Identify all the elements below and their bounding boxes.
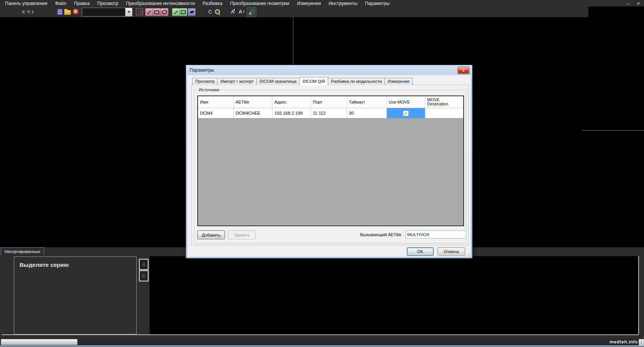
delete-source-button[interactable]: Удалить <box>228 230 256 239</box>
rectangle-tool-green-icon[interactable] <box>179 8 187 16</box>
menu-item-geometry-transform[interactable]: Преобразование геометрии <box>226 1 293 6</box>
line-tool-green-icon[interactable] <box>172 8 180 16</box>
series-list[interactable]: Выделите серию <box>14 257 137 334</box>
toolbar: X: Y: I: ✕ C A AT A <box>0 7 588 17</box>
rectangle-tool-pink-icon[interactable] <box>153 8 161 16</box>
use-move-checkbox[interactable]: ✓ <box>403 110 409 116</box>
cursor-coordinates-label: X: Y: I: <box>22 10 34 14</box>
annotation-a-circle-icon[interactable]: A <box>229 8 236 15</box>
menu-item-view[interactable]: Просмотр <box>93 1 122 6</box>
sort-k-button[interactable]: K <box>139 270 149 281</box>
app-window: Панель управления Файл Правка Просмотр П… <box>0 0 644 347</box>
dialog-close-button[interactable]: x <box>457 67 469 74</box>
tab-unsorted[interactable]: Несортированные <box>1 247 44 255</box>
panel-divider-horizontal <box>2 334 639 335</box>
menu-item-settings[interactable]: Параметры <box>361 1 393 6</box>
panel-divider-vertical <box>638 256 639 334</box>
ellipse-tool-blue-icon[interactable] <box>188 8 196 16</box>
close-window-button[interactable]: ✕ <box>637 2 640 5</box>
calling-aetitle-input[interactable]: MULTIVOX <box>405 230 466 238</box>
cell-name[interactable]: DCM4 <box>198 108 234 118</box>
menu-item-measurements[interactable]: Измерения <box>293 1 325 6</box>
annotation-a-t-icon[interactable]: AT <box>238 8 245 15</box>
cell-port[interactable]: 11 112 <box>311 108 347 118</box>
contrast-c-button[interactable]: C <box>206 8 214 15</box>
table-row[interactable]: DCM4 DCM4CHEE 192.168.2.199 11 112 30 ✓ <box>198 108 463 118</box>
dialog-title: Параметры <box>190 67 214 73</box>
bottom-scrollbar: medteh.info <box>0 339 644 345</box>
header-name[interactable]: Имя <box>198 96 234 108</box>
menu-bar: Панель управления Файл Правка Просмотр П… <box>0 0 644 7</box>
dialog-resize-grip[interactable] <box>466 252 470 256</box>
add-source-button[interactable]: Добавить <box>197 230 225 239</box>
header-use-move[interactable]: Use MOVE <box>387 96 425 108</box>
cell-aetitle[interactable]: DCM4CHEE <box>234 108 272 118</box>
series-thumbnails-area[interactable] <box>150 256 639 334</box>
chevron-down-icon[interactable] <box>125 8 132 16</box>
header-port[interactable]: Порт <box>311 96 347 108</box>
sources-table: Имя AETitle Адрес Порт Таймаут Use MOVE … <box>197 95 464 226</box>
series-combo-value[interactable] <box>82 8 125 16</box>
dicom-qr-tabpage: Источники Имя AETitle Адрес Порт Таймаут… <box>191 85 469 245</box>
annotation-a-grid-icon-active[interactable]: A <box>247 7 256 17</box>
cell-move-destination[interactable] <box>425 108 463 118</box>
cell-use-move-selected[interactable]: ✓ <box>387 108 425 118</box>
scrollbar-end-button[interactable] <box>639 339 644 345</box>
window-controls: — ✕ <box>626 0 640 7</box>
tab-modality-layout[interactable]: Разбивка по модальности <box>328 78 385 85</box>
viewport-divider-horizontal <box>582 130 644 131</box>
menu-item-edit[interactable]: Правка <box>70 1 94 6</box>
menu-item-layout[interactable]: Разбивка <box>199 1 226 6</box>
watermark-text: medteh.info <box>609 339 638 345</box>
tab-measurements[interactable]: Измерения <box>385 78 413 85</box>
sources-group-label: Источники <box>198 87 220 92</box>
open-folder-icon[interactable] <box>64 8 71 15</box>
menu-item-intensity-transform[interactable]: Преобразование интенсивности <box>122 1 199 6</box>
ok-button[interactable]: OK <box>407 247 434 256</box>
tab-dicom-storage[interactable]: DICOM хранилище <box>256 78 300 85</box>
series-combo[interactable] <box>82 8 132 16</box>
menu-item-control-panel[interactable]: Панель управления <box>1 1 51 6</box>
cell-address[interactable]: 192.168.2.199 <box>272 108 311 118</box>
database-icon[interactable] <box>56 8 63 15</box>
dialog-body: Просмотр Импорт / экспорт DICOM хранилищ… <box>187 75 471 257</box>
cancel-button[interactable]: Отмена <box>438 247 465 256</box>
dialog-tabstrip: Просмотр Импорт / экспорт DICOM хранилищ… <box>191 77 413 85</box>
ellipse-tool-pink-icon[interactable] <box>160 8 168 16</box>
magnifier-icon[interactable] <box>214 8 221 15</box>
tab-view[interactable]: Просмотр <box>192 78 218 85</box>
header-move-destination[interactable]: MOVE Destination <box>425 96 463 108</box>
roi-dotted-icon[interactable] <box>136 8 143 15</box>
cancel-icon[interactable]: ✕ <box>72 8 79 15</box>
scrollbar-thumb[interactable] <box>1 339 78 345</box>
cell-timeout[interactable]: 30 <box>347 108 387 118</box>
settings-dialog: Параметры x Просмотр Импорт / экспорт DI… <box>186 65 472 258</box>
sort-a-button[interactable]: A <box>139 259 149 270</box>
series-browser-panel: Несортированные Выделите серию A K <box>0 247 644 339</box>
menu-item-tools[interactable]: Инструменты <box>325 1 361 6</box>
tab-import-export[interactable]: Импорт / экспорт <box>217 78 257 85</box>
header-aetitle[interactable]: AETitle <box>234 96 272 108</box>
select-series-hint: Выделите серию <box>20 261 136 268</box>
calling-aetitle-label: Вызывающий AETitle <box>321 232 401 237</box>
tab-dicom-qr[interactable]: DICOM Q/R <box>299 77 328 86</box>
header-timeout[interactable]: Таймаут <box>347 96 387 108</box>
menu-item-file[interactable]: Файл <box>51 1 70 6</box>
header-address[interactable]: Адрес <box>272 96 311 108</box>
bottom-accent-line <box>0 345 644 347</box>
sources-groupbox: Источники Имя AETitle Адрес Порт Таймаут… <box>194 90 466 243</box>
minimize-button[interactable]: — <box>626 2 630 5</box>
table-header-row: Имя AETitle Адрес Порт Таймаут Use MOVE … <box>198 96 463 108</box>
line-tool-pink-icon[interactable] <box>145 8 153 16</box>
